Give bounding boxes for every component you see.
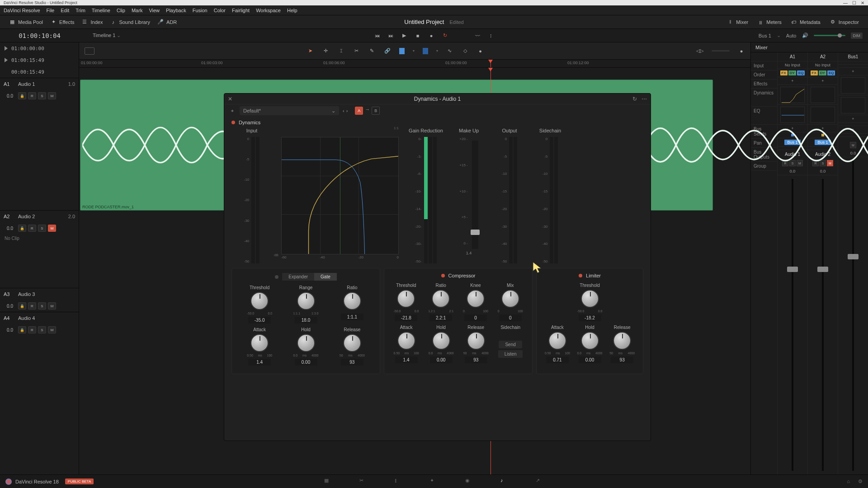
dynamics-titlebar[interactable]: ✕ Dynamics - Audio 1 ↻⋯ <box>224 94 651 104</box>
sound-library-button[interactable]: ♪Sound Library <box>106 17 154 27</box>
lock-button[interactable]: 🔒 <box>18 225 26 232</box>
add-preset-button[interactable]: + <box>229 107 236 114</box>
solo-button[interactable]: S <box>38 92 46 99</box>
eq-graph[interactable] <box>780 107 805 123</box>
expander-tab[interactable]: Expander <box>282 273 314 281</box>
fairlight-page[interactable]: ♪ <box>500 478 509 486</box>
snap-button[interactable]: ◇ <box>462 47 469 55</box>
range-knob[interactable] <box>297 292 315 310</box>
index-button[interactable]: ☰Index <box>78 17 106 27</box>
settings-button[interactable]: ⚙ <box>858 479 863 484</box>
flag-button[interactable] <box>399 48 405 54</box>
fx-badge[interactable]: FX <box>780 70 788 75</box>
solo-button[interactable]: S <box>38 326 46 333</box>
next-preset[interactable]: › <box>346 108 348 113</box>
enable-dot[interactable] <box>441 274 445 277</box>
enable-dot[interactable] <box>275 275 278 279</box>
preset-dropdown[interactable]: Default*⌄ <box>240 106 339 115</box>
send-button[interactable]: Send <box>499 341 522 348</box>
inspector-toggle[interactable]: ⚙Inspector <box>826 17 863 27</box>
release-knob[interactable] <box>467 332 485 350</box>
ratio-knob[interactable] <box>432 290 450 308</box>
menu-item[interactable]: Fusion <box>193 8 208 13</box>
dynamics-curve[interactable] <box>281 137 399 254</box>
record-button[interactable]: ● <box>427 32 435 40</box>
text-tool[interactable]: 𝙸 <box>338 47 345 55</box>
mute-button[interactable]: M <box>48 326 56 333</box>
view-mode-button[interactable] <box>85 47 94 55</box>
enable-dot[interactable] <box>231 121 235 124</box>
b-button[interactable]: B <box>372 107 380 115</box>
solo-button[interactable]: S <box>38 302 46 310</box>
menu-item[interactable]: Clip <box>117 8 125 13</box>
mixer-toggle[interactable]: ⫴Mixer <box>723 17 752 27</box>
auto-label[interactable]: Auto <box>786 33 797 38</box>
fader[interactable] <box>822 175 824 474</box>
speaker-icon[interactable]: 🔊 <box>802 33 808 38</box>
reset-icon[interactable]: ↻ <box>632 96 637 102</box>
home-button[interactable]: ⌂ <box>847 479 850 484</box>
a-button[interactable]: A <box>355 107 363 115</box>
media-pool-button[interactable]: ▦Media Pool <box>5 17 47 27</box>
next-button[interactable]: ⏭ <box>387 32 395 40</box>
mute-button[interactable]: M <box>48 225 56 232</box>
mute-button[interactable]: M <box>48 302 56 310</box>
main-timecode[interactable]: 01:00:10:04 <box>0 32 79 39</box>
menu-item[interactable]: Workspace <box>256 8 281 13</box>
lock-button[interactable]: 🔒 <box>18 92 26 99</box>
add-effect[interactable]: + <box>778 77 807 85</box>
listen-button[interactable]: Listen <box>498 350 523 358</box>
dynamics-graph[interactable] <box>780 87 805 103</box>
dim-button[interactable]: DIM <box>851 33 863 39</box>
lock-button[interactable]: 🔒 <box>18 302 26 310</box>
fader[interactable] <box>792 175 793 474</box>
ratio-knob[interactable] <box>343 292 361 310</box>
menu-item[interactable]: Edit <box>61 8 69 13</box>
automation-button[interactable]: 〰 <box>473 32 481 40</box>
razor-tool[interactable]: ✂ <box>353 47 360 55</box>
zoom-in[interactable]: ● <box>738 47 745 55</box>
attack-knob[interactable] <box>548 332 566 350</box>
prev-button[interactable]: ⏮ <box>373 32 381 40</box>
threshold-knob[interactable] <box>397 290 415 308</box>
marker-button[interactable] <box>423 48 428 54</box>
selection-tool[interactable]: ➤ <box>307 47 314 55</box>
timeline-ruler[interactable]: 01:00:00:00 01:00:03:00 01:00:06:00 01:0… <box>79 60 750 68</box>
play-button[interactable]: ▶ <box>400 32 408 40</box>
zoom-slider[interactable] <box>712 50 730 52</box>
dy-badge[interactable]: DY <box>788 70 796 75</box>
options-button[interactable]: ⫶ <box>487 32 495 40</box>
menu-item[interactable]: Trim <box>75 8 85 13</box>
hold-knob[interactable] <box>297 334 315 352</box>
close-icon[interactable]: ✕ <box>228 96 232 102</box>
marker-tc[interactable]: 01:00:00:00 <box>11 46 44 52</box>
attack-knob[interactable] <box>397 332 415 350</box>
ab-swap[interactable]: → <box>365 107 370 115</box>
link-tool[interactable]: 🔗 <box>384 47 391 55</box>
threshold-knob[interactable] <box>250 292 269 310</box>
arm-button[interactable]: R <box>28 225 36 232</box>
stop-button[interactable]: ■ <box>414 32 422 40</box>
marker-tc[interactable]: 01:00:15:49 <box>11 57 44 63</box>
makeup-slider[interactable] <box>472 141 478 249</box>
cut-page[interactable]: ✂ <box>359 478 368 486</box>
maximize-button[interactable]: ☐ <box>852 0 856 5</box>
adr-button[interactable]: 🎤ADR <box>154 17 180 27</box>
menu-item[interactable]: File <box>47 8 55 13</box>
fader[interactable] <box>852 157 854 474</box>
color-page[interactable]: ◉ <box>465 478 473 486</box>
effects-button[interactable]: ✦Effects <box>47 17 78 27</box>
arm-button[interactable]: R <box>28 302 36 310</box>
solo-button[interactable]: S <box>38 225 46 232</box>
volume-slider[interactable] <box>814 35 845 36</box>
marker-tc[interactable]: 00:00:15:49 <box>11 69 44 75</box>
release-knob[interactable] <box>613 332 631 350</box>
mix-knob[interactable] <box>501 290 519 308</box>
arm-button[interactable]: R <box>28 92 36 99</box>
knee-knob[interactable] <box>467 290 485 308</box>
mute-button[interactable]: M <box>48 92 56 99</box>
threshold-knob[interactable] <box>581 290 599 308</box>
timeline-selector[interactable]: Timeline 1 ⌄ <box>79 33 170 38</box>
loop-button[interactable]: ↻ <box>441 32 449 40</box>
menu-item[interactable]: Mark <box>132 8 142 13</box>
